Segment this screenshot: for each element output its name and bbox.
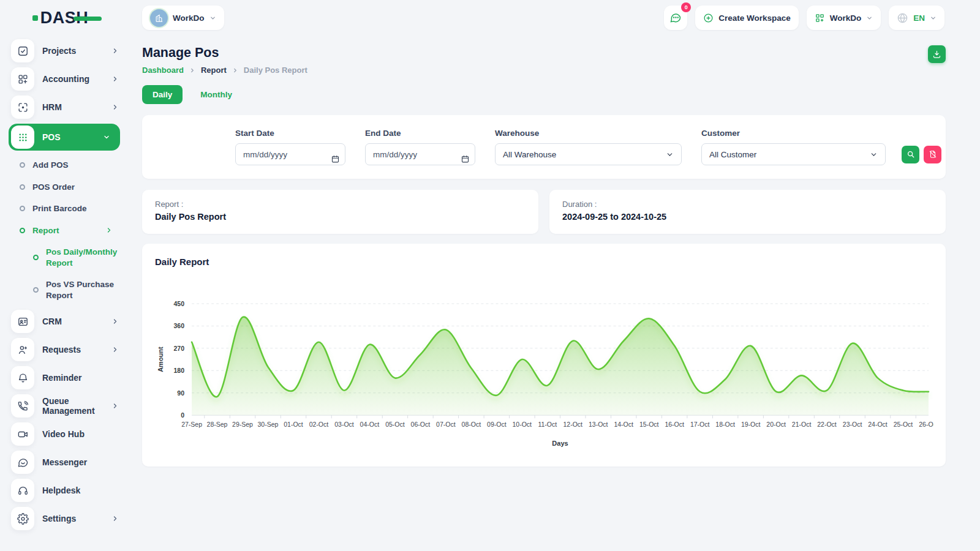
svg-text:Amount: Amount [157,347,164,372]
pos-icon [11,126,34,149]
search-button[interactable] [902,146,919,163]
svg-text:450: 450 [174,300,185,307]
sidebar-item-hrm[interactable]: HRM [9,96,129,119]
sidebar-item-projects[interactable]: Projects [9,39,129,62]
end-date-field: End Date [365,129,475,165]
sidebar-item-helpdesk[interactable]: Helpdesk [9,479,129,502]
filter-actions [902,146,941,163]
chevron-down-icon [930,15,937,21]
breadcrumb: DashboardReportDaily Pos Report [142,66,307,75]
duration-label: Duration : [562,200,933,209]
sidebar-subitem-label: Add POS [32,160,69,171]
warehouse-label: Warehouse [495,129,682,138]
accounting-icon [11,67,34,91]
customer-field: Customer All Customer [701,129,886,165]
svg-text:09-Oct: 09-Oct [487,421,507,428]
sidebar-subitem-add-pos[interactable]: Add POS [9,154,129,176]
sidebar-item-reminder[interactable]: Reminder [9,366,129,389]
messenger-icon [11,451,34,474]
sidebar-subitem-pos-daily-monthly-report[interactable]: Pos Daily/Monthly Report [9,241,129,274]
breadcrumb-separator-icon [189,67,195,73]
sidebar-item-accounting[interactable]: Accounting [9,67,129,91]
chevron-down-icon [870,151,878,159]
svg-text:10-Oct: 10-Oct [513,421,532,428]
chat-icon [669,12,682,24]
svg-text:08-Oct: 08-Oct [462,421,481,428]
start-date-input[interactable] [235,143,345,165]
globe-icon [897,12,908,24]
svg-text:21-Oct: 21-Oct [792,421,812,428]
sidebar-item-label: Helpdesk [42,485,80,495]
chevron-down-icon [103,133,110,141]
bullet-icon [20,206,25,211]
page-title: Manage Pos [142,45,307,61]
create-workspace-button[interactable]: Create Workspace [695,6,799,30]
chevron-right-icon [111,402,119,410]
sidebar-subitem-label: Report [32,225,59,236]
download-icon [932,50,941,59]
sidebar-item-requests[interactable]: Requests [9,338,129,361]
sidebar-subitem-pos-vs-purchase-report[interactable]: Pos VS Purchase Report [9,274,129,306]
tab-monthly[interactable]: Monthly [190,85,243,104]
logo-dot [32,15,38,21]
svg-text:29-Sep: 29-Sep [232,421,253,428]
messages-button[interactable]: 0 [664,6,687,30]
reset-filter-button[interactable] [924,146,941,163]
svg-text:20-Oct: 20-Oct [766,421,786,428]
hrm-icon [11,96,34,119]
tab-daily[interactable]: Daily [142,85,183,104]
svg-text:180: 180 [174,367,185,374]
chevron-right-icon [111,47,119,54]
download-button[interactable] [928,45,946,63]
svg-text:27-Sep: 27-Sep [181,421,202,428]
sidebar-menu: ProjectsAccountingHRMPOSAdd POSPOS Order… [9,39,129,530]
svg-text:24-Oct: 24-Oct [868,421,888,428]
sidebar-subitem-label: Pos VS Purchase Report [46,279,118,301]
warehouse-field: Warehouse All Warehouse [495,129,682,165]
chevron-right-icon [111,318,119,325]
sidebar-item-label: CRM [42,317,62,326]
sidebar-item-queue-management[interactable]: Queue Management [9,394,129,418]
bullet-icon [33,255,39,260]
sidebar-item-video-hub[interactable]: Video Hub [9,422,129,446]
sidebar-item-settings[interactable]: Settings [9,507,129,530]
sidebar-item-label: Reminder [42,373,82,383]
search-icon [907,150,915,159]
sidebar-subitem-report[interactable]: Report [9,220,129,242]
warehouse-select[interactable]: All Warehouse [495,143,682,165]
workspace-avatar [150,9,168,27]
svg-text:16-Oct: 16-Oct [665,421,684,428]
chart-title: Daily Report [155,257,933,267]
sidebar-subitem-print-barcode[interactable]: Print Barcode [9,198,129,220]
sidebar-item-crm[interactable]: CRM [9,310,129,333]
brand-logo[interactable]: DASH [40,9,89,28]
bullet-icon [20,162,25,168]
logo-zone: DASH [0,9,129,28]
chevron-right-icon [105,227,113,234]
topbar-actions: 0 Create Workspace WorkDo EN [664,6,944,30]
logo-bar [74,17,102,21]
area-chart[interactable]: 09018027036045027-Sep28-Sep29-Sep30-Sep0… [155,294,933,448]
workdo-menu-button[interactable]: WorkDo [807,6,881,30]
sidebar-item-pos[interactable]: POS [9,124,120,151]
language-selector[interactable]: EN [889,6,944,30]
svg-text:360: 360 [174,322,185,329]
building-icon [154,13,164,23]
warehouse-selected-value: All Warehouse [503,150,556,159]
sidebar-item-label: Accounting [42,74,89,84]
svg-text:07-Oct: 07-Oct [436,421,456,428]
sidebar-item-messenger[interactable]: Messenger [9,451,129,474]
create-workspace-label: Create Workspace [718,13,791,23]
sidebar-submenu: Add POSPOS OrderPrint BarcodeReportPos D… [9,154,129,306]
bullet-icon [20,228,25,233]
svg-text:18-Oct: 18-Oct [715,421,735,428]
chevron-down-icon [209,15,216,21]
sidebar-subitem-pos-order[interactable]: POS Order [9,176,129,198]
workspace-selector[interactable]: WorkDo [142,6,224,30]
workdo-label: WorkDo [830,13,862,23]
customer-select[interactable]: All Customer [701,143,886,165]
svg-text:25-Oct: 25-Oct [894,421,913,428]
breadcrumb-item-dashboard[interactable]: Dashboard [142,66,184,75]
end-date-input[interactable] [365,143,475,165]
report-label: Report : [155,200,526,209]
